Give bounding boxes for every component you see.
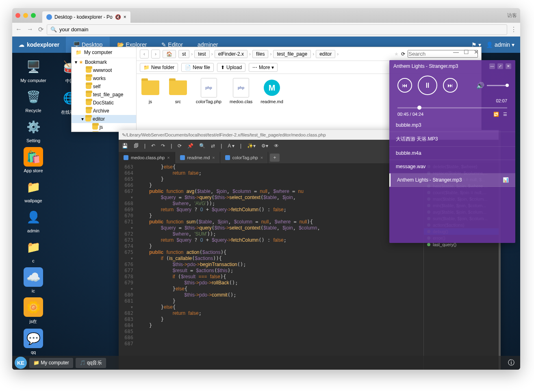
desktop-icon-c[interactable]: 📁c (17, 237, 50, 263)
url-input[interactable]: 🔍 your domain (47, 24, 507, 35)
minimize-window[interactable] (23, 13, 28, 18)
code-area[interactable]: }else{ return false; } } public function… (136, 163, 423, 370)
player-min-icon[interactable]: — (489, 63, 495, 69)
volume-slider[interactable] (487, 85, 507, 86)
browser-tab-strip: Desktop - kodexplorer - Po 🔇 × 访客 (12, 8, 520, 23)
player-title: Anthem Lights - Stranger.mp3 (393, 63, 458, 69)
desktop-icon-App store[interactable]: 🛍️App store (17, 147, 50, 173)
tree-item[interactable]: ▾ ★ Bookmark (72, 58, 136, 66)
tab-close-icon[interactable]: × (260, 155, 263, 160)
editor-tab[interactable]: colorTag.php× (220, 152, 268, 163)
save-icon[interactable]: 💾 (122, 143, 128, 149)
editor-tab[interactable]: medoo.class.php× (119, 152, 175, 163)
save-all-icon[interactable]: 🗐 (134, 143, 139, 149)
reload-button[interactable]: ⟳ (38, 26, 43, 33)
crumb[interactable]: files (252, 50, 268, 58)
close-window[interactable] (15, 13, 20, 18)
brand[interactable]: ☁ kodexplorer (12, 41, 66, 48)
add-tab-button[interactable]: + (270, 154, 280, 162)
redo-icon[interactable]: ↷ (161, 143, 165, 149)
tab-title: Desktop - kodexplorer - Po (54, 14, 113, 20)
player-close-icon[interactable]: ✕ (506, 63, 511, 69)
tree-item[interactable]: works (72, 74, 136, 82)
crumb[interactable]: editor (316, 50, 335, 58)
desktop-icon-admin[interactable]: 👤admin (17, 207, 50, 233)
nav-back[interactable]: ‹ (140, 50, 149, 58)
home-crumb[interactable]: 🏠 (163, 50, 176, 58)
font-icon[interactable]: A ▾ (228, 143, 234, 149)
tree-item[interactable]: wwwroot (72, 66, 136, 74)
user-menu[interactable]: 👤 admin ▾ (486, 41, 514, 48)
back-button[interactable]: ← (15, 26, 22, 33)
file-item[interactable]: Mreadme.md (260, 78, 283, 128)
desktop-icon-Recycle[interactable]: 🗑️Recycle (17, 87, 50, 113)
desktop-icon-ic[interactable]: ☁️ic (17, 267, 50, 293)
tree-item[interactable]: test_file_page (72, 91, 136, 99)
gear-icon[interactable]: ⚙▾ (261, 143, 268, 149)
browser-tab[interactable]: Desktop - kodexplorer - Po 🔇 × (42, 11, 130, 23)
mute-icon[interactable]: 🔇 (115, 14, 121, 20)
crumb[interactable]: test (194, 50, 209, 58)
wand-icon[interactable]: ✨▾ (247, 143, 256, 149)
tab-close-icon[interactable]: × (212, 155, 215, 160)
taskbar-item[interactable]: 📁 My computer (29, 358, 73, 368)
win-max-icon[interactable]: ☐ (464, 49, 469, 55)
playlist-item[interactable]: bubble.m4a (389, 147, 515, 160)
editor-tab[interactable]: readme.md× (175, 152, 220, 163)
tab-close-icon[interactable]: × (124, 14, 126, 20)
playlist-item[interactable]: 大话西游 天浴.MP3 (389, 132, 515, 147)
nav-fwd[interactable]: › (151, 50, 160, 58)
desktop-icon-Setting[interactable]: ⚙️Setting (17, 117, 50, 143)
pause-button[interactable]: ⏸ (418, 76, 437, 95)
pin-icon[interactable]: 📌 (187, 143, 193, 149)
maximize-window[interactable] (31, 13, 36, 18)
cloud-icon: ☁ (19, 41, 24, 48)
start-button[interactable]: KE (15, 357, 27, 369)
desktop-icon-qq[interactable]: 💬qq (17, 329, 50, 355)
file-item[interactable]: src (168, 78, 188, 128)
win-close-icon[interactable]: ✕ (474, 49, 479, 55)
forward-button[interactable]: → (27, 26, 33, 33)
repeat-icon[interactable]: 🔁 (493, 112, 499, 117)
new-file-button[interactable]: 📄 New file (181, 63, 214, 72)
info-icon[interactable]: ⓘ (508, 359, 514, 367)
tree-item[interactable]: ▾ editor (72, 115, 136, 123)
tree-item[interactable]: self (72, 82, 136, 91)
refresh-icon[interactable]: ⟳ (178, 143, 182, 149)
tab-close-icon[interactable]: × (167, 155, 169, 160)
tree-item[interactable]: Archive (72, 107, 136, 115)
tree-item[interactable]: DocStatic (72, 99, 136, 107)
prev-button[interactable]: ⏮ (397, 78, 412, 93)
playlist-item[interactable]: Anthem Lights - Stranger.mp3📊 (389, 173, 515, 187)
next-button[interactable]: ⏭ (443, 78, 458, 93)
progress-slider[interactable] (397, 107, 507, 108)
desktop-icon-js在[interactable]: 🌼js在 (17, 297, 50, 325)
file-item[interactable]: phpcolorTag.php (196, 78, 221, 128)
undo-icon[interactable]: ↶ (151, 143, 155, 149)
crumb[interactable]: test_file_page (273, 50, 311, 58)
new-folder-button[interactable]: 📁 New folder (140, 63, 178, 72)
playlist-icon[interactable]: ☰ (503, 112, 507, 117)
shuffle-icon[interactable]: ⇄ (211, 143, 215, 149)
desktop-icon-My computer[interactable]: 🖥️My computer (17, 57, 50, 83)
file-item[interactable]: phpmedoo.clas (230, 78, 252, 128)
refresh-icon[interactable]: ⟳ (401, 51, 405, 57)
desktop-icon-wallpage[interactable]: 📁wallpage (17, 177, 50, 203)
volume-icon[interactable]: 🔊 (476, 82, 484, 89)
playlist-item[interactable]: message.wav (389, 160, 515, 173)
more-button[interactable]: ⋯ More ▾ (249, 63, 278, 72)
win-min-icon[interactable]: — (453, 49, 459, 55)
upload-button[interactable]: ⬆ Upload (217, 63, 245, 72)
eye-icon[interactable]: 👁 (274, 143, 279, 149)
crumb[interactable]: elFinder-2.x (215, 50, 247, 58)
star-icon[interactable]: ★ (394, 51, 399, 57)
time-elapsed: 00:45 / 04:24 (397, 112, 423, 117)
window-traffic-lights[interactable] (15, 13, 36, 18)
crumb[interactable]: st (178, 50, 189, 58)
browser-menu-icon[interactable]: ⋮ (510, 26, 517, 33)
player-expand-icon[interactable]: ⤢ (497, 63, 503, 69)
file-item[interactable]: js (141, 78, 160, 128)
search-icon[interactable]: 🔍 (199, 143, 205, 149)
playlist-item[interactable]: bubble.mp3 (389, 119, 515, 132)
taskbar-item[interactable]: 🎵 qq音乐 (76, 358, 106, 368)
